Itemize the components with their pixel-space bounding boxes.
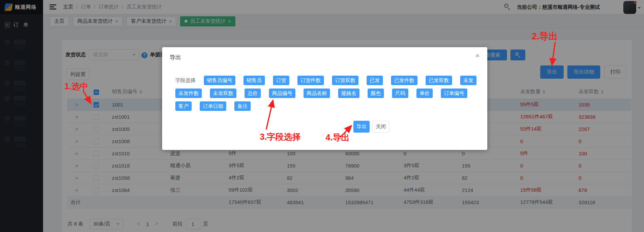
modal-title: 导出 <box>170 54 181 61</box>
annotation-step4: 4.导出 <box>326 132 350 143</box>
field-chip[interactable]: 未发件数 <box>175 89 202 98</box>
close-icon[interactable] <box>473 52 482 60</box>
export-modal: 导出 字段选择 销售员编号销售员订货订货件数订货双数已发已发件数已发双数未发未发… <box>162 47 487 150</box>
field-chip[interactable]: 商品编号 <box>269 89 295 98</box>
field-chip[interactable]: 订单编号 <box>441 89 467 98</box>
field-chips: 字段选择 销售员编号销售员订货订货件数订货双数已发已发件数已发双数未发未发件数未… <box>175 76 481 111</box>
field-chip[interactable]: 颜色 <box>368 89 384 98</box>
field-chip[interactable]: 订单日期 <box>200 101 226 111</box>
field-chip[interactable]: 未发双数 <box>210 89 236 98</box>
field-chip[interactable]: 已发件数 <box>391 76 417 85</box>
field-chip[interactable]: 订货件数 <box>297 76 324 85</box>
field-chip[interactable]: 规格名 <box>338 89 359 98</box>
field-chip[interactable]: 订货 <box>273 76 289 85</box>
field-chip[interactable]: 商品名称 <box>304 89 330 98</box>
field-chip[interactable]: 总价 <box>245 89 261 98</box>
modal-close-button[interactable]: 关闭 <box>372 121 389 133</box>
annotation-step3: 3.字段选择 <box>260 131 301 142</box>
modal-export-button[interactable]: 导出 <box>353 121 370 133</box>
field-chip[interactable]: 单价 <box>416 89 433 98</box>
field-chip[interactable]: 备注 <box>234 101 251 111</box>
annotation-step2: 2.导出 <box>532 30 558 42</box>
field-select-label: 字段选择 <box>175 76 196 85</box>
app-window: 顺通网络 主页/订单/订单统计/员工未发货统计 当前公司：慈溪市顺通网络-专业测… <box>0 0 644 232</box>
field-chip[interactable]: 已发双数 <box>426 76 452 85</box>
field-chip[interactable]: 订货双数 <box>332 76 358 85</box>
annotation-step1: 1.选中 <box>64 81 89 92</box>
field-chip[interactable]: 未发 <box>460 76 476 85</box>
field-chip[interactable]: 销售员编号 <box>204 76 235 85</box>
field-chip[interactable]: 客户 <box>175 101 192 111</box>
field-chip[interactable]: 已发 <box>367 76 383 85</box>
field-chip[interactable]: 尺码 <box>392 89 408 98</box>
field-chip[interactable]: 销售员 <box>243 76 265 85</box>
